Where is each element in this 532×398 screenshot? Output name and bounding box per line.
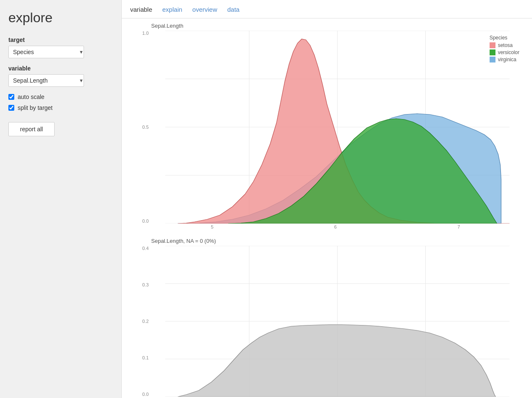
- chart2-svg-container: [151, 246, 524, 397]
- tab-explain[interactable]: explain: [162, 6, 183, 18]
- auto-scale-checkbox[interactable]: [8, 94, 14, 100]
- report-all-button[interactable]: report all: [8, 122, 55, 136]
- chart1-legend: Species setosa versicolor virginica: [490, 35, 519, 64]
- target-select[interactable]: Species: [8, 46, 84, 58]
- chart2-y-label-02: 0.2: [142, 319, 149, 324]
- chart1-x-axis: 4 5 5.5 6 6.5 7 7.5: [130, 224, 524, 229]
- chart2-y-axis: 0.4 0.3 0.2 0.1 0.0: [130, 246, 151, 397]
- versicolor-color-box: [490, 49, 495, 55]
- chart1-y-label-00: 0.0: [142, 219, 149, 224]
- legend-item-versicolor: versicolor: [490, 49, 519, 55]
- chart1-container: Sepal.Length 1.0 0.5 0.0: [130, 23, 524, 229]
- chart2-y-label-04: 0.4: [142, 246, 149, 251]
- charts-area: Sepal.Length 1.0 0.5 0.0: [122, 18, 532, 398]
- chart1-y-axis: 1.0 0.5 0.0: [130, 31, 151, 224]
- auto-scale-checkbox-item[interactable]: auto scale: [8, 94, 113, 100]
- chart1-y-label-10: 1.0: [142, 31, 149, 36]
- tabs-bar: variable explain overview data: [122, 0, 532, 18]
- split-by-target-checkbox[interactable]: [8, 105, 14, 111]
- chart2-title: Sepal.Length, NA = 0 (0%): [130, 238, 524, 244]
- virginica-label: virginica: [498, 57, 516, 62]
- chart2-y-label-00: 0.0: [142, 392, 149, 397]
- target-section: target Species: [8, 36, 113, 58]
- versicolor-label: versicolor: [498, 49, 519, 55]
- chart1-x-label-5: 5: [211, 224, 213, 229]
- variable-select[interactable]: Sepal.Length: [8, 74, 84, 87]
- legend-item-setosa: setosa: [490, 42, 519, 48]
- split-by-target-checkbox-item[interactable]: split by target: [8, 104, 113, 111]
- legend-title: Species: [490, 35, 519, 41]
- tab-data[interactable]: data: [227, 6, 239, 18]
- sidebar: explore target Species variable Sepal.Le…: [0, 0, 122, 398]
- chart2-svg: [151, 246, 524, 397]
- chart1-x-label-6: 6: [334, 224, 337, 229]
- virginica-color-box: [490, 57, 495, 62]
- chart1-title: Sepal.Length: [130, 23, 524, 29]
- tab-overview[interactable]: overview: [192, 6, 217, 18]
- chart2-container: Sepal.Length, NA = 0 (0%) 0.4 0.3 0.2 0.…: [130, 238, 524, 398]
- chart2-area: 0.4 0.3 0.2 0.1 0.0: [130, 246, 524, 397]
- split-by-target-label: split by target: [18, 104, 52, 111]
- setosa-color-box: [490, 42, 495, 48]
- target-select-wrapper: Species: [8, 46, 113, 58]
- variable-label: variable: [8, 65, 113, 72]
- chart2-y-label-01: 0.1: [142, 355, 149, 360]
- variable-section: variable Sepal.Length: [8, 65, 113, 87]
- chart1-area: 1.0 0.5 0.0: [130, 31, 524, 224]
- setosa-label: setosa: [498, 42, 513, 48]
- chart1-y-label-05: 0.5: [142, 125, 149, 130]
- target-label: target: [8, 36, 113, 43]
- variable-select-wrapper: Sepal.Length: [8, 74, 113, 87]
- auto-scale-label: auto scale: [18, 94, 45, 100]
- main-content: variable explain overview data Sepal.Len…: [122, 0, 532, 398]
- overall-density: [178, 325, 496, 397]
- chart1-svg-container: Species setosa versicolor virginica: [151, 31, 524, 224]
- checkbox-group: auto scale split by target: [8, 94, 113, 111]
- chart1-svg: [151, 31, 524, 224]
- chart2-y-label-03: 0.3: [142, 282, 149, 287]
- tab-variable[interactable]: variable: [130, 6, 152, 18]
- app-title: explore: [8, 10, 113, 26]
- legend-item-virginica: virginica: [490, 57, 519, 62]
- chart1-x-label-7: 7: [457, 224, 460, 229]
